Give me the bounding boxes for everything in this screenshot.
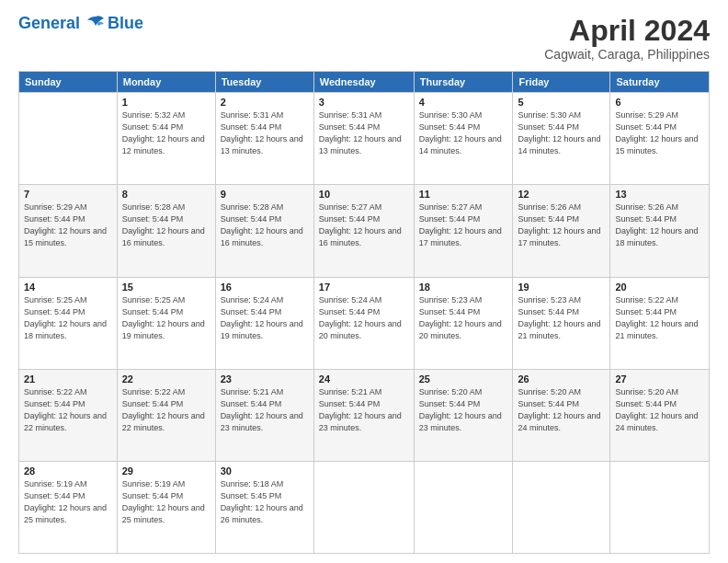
day-info: Sunrise: 5:23 AMSunset: 5:44 PMDaylight:…	[419, 294, 508, 342]
day-info: Sunrise: 5:24 AMSunset: 5:44 PMDaylight:…	[319, 294, 409, 342]
column-header-sunday: Sunday	[19, 72, 118, 93]
day-info: Sunrise: 5:32 AMSunset: 5:44 PMDaylight:…	[122, 109, 210, 157]
day-info: Sunrise: 5:28 AMSunset: 5:44 PMDaylight:…	[221, 201, 309, 249]
day-cell: 21Sunrise: 5:22 AMSunset: 5:44 PMDayligh…	[19, 369, 118, 461]
day-number: 21	[24, 373, 112, 385]
day-number: 3	[319, 97, 409, 108]
day-info: Sunrise: 5:21 AMSunset: 5:44 PMDaylight:…	[319, 386, 409, 434]
day-cell: 20Sunrise: 5:22 AMSunset: 5:44 PMDayligh…	[610, 277, 710, 369]
column-header-saturday: Saturday	[610, 72, 710, 93]
logo-text: General	[18, 15, 106, 33]
day-cell: 18Sunrise: 5:23 AMSunset: 5:44 PMDayligh…	[414, 277, 513, 369]
day-info: Sunrise: 5:29 AMSunset: 5:44 PMDaylight:…	[615, 109, 704, 157]
day-info: Sunrise: 5:30 AMSunset: 5:44 PMDaylight:…	[518, 109, 605, 157]
day-number: 11	[419, 189, 508, 200]
day-cell: 30Sunrise: 5:18 AMSunset: 5:45 PMDayligh…	[215, 461, 313, 553]
day-info: Sunrise: 5:25 AMSunset: 5:44 PMDaylight:…	[122, 294, 210, 342]
day-number: 24	[319, 373, 409, 385]
day-info: Sunrise: 5:31 AMSunset: 5:44 PMDaylight:…	[319, 109, 409, 157]
day-info: Sunrise: 5:25 AMSunset: 5:44 PMDaylight:…	[24, 294, 112, 342]
week-row-2: 7Sunrise: 5:29 AMSunset: 5:44 PMDaylight…	[19, 185, 710, 277]
day-number: 5	[518, 97, 605, 108]
day-number: 28	[24, 465, 112, 477]
logo-bird-icon	[85, 15, 106, 33]
day-number: 19	[518, 282, 605, 293]
day-cell: 3Sunrise: 5:31 AMSunset: 5:44 PMDaylight…	[313, 93, 414, 185]
day-cell: 14Sunrise: 5:25 AMSunset: 5:44 PMDayligh…	[19, 277, 118, 369]
calendar-table: SundayMondayTuesdayWednesdayThursdayFrid…	[18, 71, 710, 554]
day-cell: 16Sunrise: 5:24 AMSunset: 5:44 PMDayligh…	[215, 277, 313, 369]
day-number: 30	[221, 465, 309, 477]
day-info: Sunrise: 5:18 AMSunset: 5:45 PMDaylight:…	[221, 478, 309, 526]
day-cell	[513, 461, 610, 553]
day-cell: 29Sunrise: 5:19 AMSunset: 5:44 PMDayligh…	[117, 461, 215, 553]
day-number: 6	[615, 97, 704, 108]
day-number: 1	[122, 97, 210, 108]
column-header-thursday: Thursday	[414, 72, 513, 93]
day-info: Sunrise: 5:20 AMSunset: 5:44 PMDaylight:…	[518, 386, 605, 434]
day-number: 26	[518, 373, 605, 385]
day-number: 15	[122, 282, 210, 293]
day-cell: 5Sunrise: 5:30 AMSunset: 5:44 PMDaylight…	[513, 93, 610, 185]
day-number: 4	[419, 97, 508, 108]
day-cell: 9Sunrise: 5:28 AMSunset: 5:44 PMDaylight…	[215, 185, 313, 277]
day-info: Sunrise: 5:20 AMSunset: 5:44 PMDaylight:…	[615, 386, 704, 434]
day-cell: 17Sunrise: 5:24 AMSunset: 5:44 PMDayligh…	[313, 277, 414, 369]
day-cell: 1Sunrise: 5:32 AMSunset: 5:44 PMDaylight…	[117, 93, 215, 185]
column-header-row: SundayMondayTuesdayWednesdayThursdayFrid…	[19, 72, 710, 93]
day-info: Sunrise: 5:30 AMSunset: 5:44 PMDaylight:…	[419, 109, 508, 157]
day-info: Sunrise: 5:29 AMSunset: 5:44 PMDaylight:…	[24, 201, 112, 249]
title-block: April 2024 Cagwait, Caraga, Philippines	[544, 15, 710, 62]
location: Cagwait, Caraga, Philippines	[544, 47, 710, 62]
day-number: 29	[122, 465, 210, 477]
page: General Blue April 2024 Cagwait, Caraga,…	[0, 0, 728, 563]
day-cell: 7Sunrise: 5:29 AMSunset: 5:44 PMDaylight…	[19, 185, 118, 277]
day-number: 16	[221, 282, 309, 293]
column-header-wednesday: Wednesday	[313, 72, 414, 93]
day-cell	[414, 461, 513, 553]
day-cell: 26Sunrise: 5:20 AMSunset: 5:44 PMDayligh…	[513, 369, 610, 461]
day-number: 10	[319, 189, 409, 200]
day-cell: 25Sunrise: 5:20 AMSunset: 5:44 PMDayligh…	[414, 369, 513, 461]
column-header-friday: Friday	[513, 72, 610, 93]
day-info: Sunrise: 5:26 AMSunset: 5:44 PMDaylight:…	[518, 201, 605, 249]
day-info: Sunrise: 5:23 AMSunset: 5:44 PMDaylight:…	[518, 294, 605, 342]
logo-blue: Blue	[108, 15, 143, 33]
column-header-monday: Monday	[117, 72, 215, 93]
day-cell: 27Sunrise: 5:20 AMSunset: 5:44 PMDayligh…	[610, 369, 710, 461]
header: General Blue April 2024 Cagwait, Caraga,…	[18, 15, 710, 62]
day-cell: 15Sunrise: 5:25 AMSunset: 5:44 PMDayligh…	[117, 277, 215, 369]
week-row-3: 14Sunrise: 5:25 AMSunset: 5:44 PMDayligh…	[19, 277, 710, 369]
day-cell: 4Sunrise: 5:30 AMSunset: 5:44 PMDaylight…	[414, 93, 513, 185]
day-number: 7	[24, 189, 112, 200]
month-title: April 2024	[544, 15, 710, 47]
day-info: Sunrise: 5:22 AMSunset: 5:44 PMDaylight:…	[615, 294, 704, 342]
logo-general: General	[18, 14, 80, 32]
day-number: 2	[221, 97, 309, 108]
day-info: Sunrise: 5:19 AMSunset: 5:44 PMDaylight:…	[24, 478, 112, 526]
day-info: Sunrise: 5:27 AMSunset: 5:44 PMDaylight:…	[419, 201, 508, 249]
day-number: 13	[615, 189, 704, 200]
logo: General Blue	[18, 15, 143, 33]
day-info: Sunrise: 5:27 AMSunset: 5:44 PMDaylight:…	[319, 201, 409, 249]
day-number: 20	[615, 282, 704, 293]
day-number: 18	[419, 282, 508, 293]
day-number: 23	[221, 373, 309, 385]
day-info: Sunrise: 5:24 AMSunset: 5:44 PMDaylight:…	[221, 294, 309, 342]
day-info: Sunrise: 5:21 AMSunset: 5:44 PMDaylight:…	[221, 386, 309, 434]
day-info: Sunrise: 5:20 AMSunset: 5:44 PMDaylight:…	[419, 386, 508, 434]
day-cell	[19, 93, 118, 185]
week-row-4: 21Sunrise: 5:22 AMSunset: 5:44 PMDayligh…	[19, 369, 710, 461]
day-cell	[610, 461, 710, 553]
day-number: 25	[419, 373, 508, 385]
day-number: 12	[518, 189, 605, 200]
day-info: Sunrise: 5:19 AMSunset: 5:44 PMDaylight:…	[122, 478, 210, 526]
day-info: Sunrise: 5:26 AMSunset: 5:44 PMDaylight:…	[615, 201, 704, 249]
day-cell: 24Sunrise: 5:21 AMSunset: 5:44 PMDayligh…	[313, 369, 414, 461]
day-number: 27	[615, 373, 704, 385]
day-cell: 12Sunrise: 5:26 AMSunset: 5:44 PMDayligh…	[513, 185, 610, 277]
week-row-5: 28Sunrise: 5:19 AMSunset: 5:44 PMDayligh…	[19, 461, 710, 553]
day-cell: 19Sunrise: 5:23 AMSunset: 5:44 PMDayligh…	[513, 277, 610, 369]
day-cell	[313, 461, 414, 553]
day-cell: 23Sunrise: 5:21 AMSunset: 5:44 PMDayligh…	[215, 369, 313, 461]
